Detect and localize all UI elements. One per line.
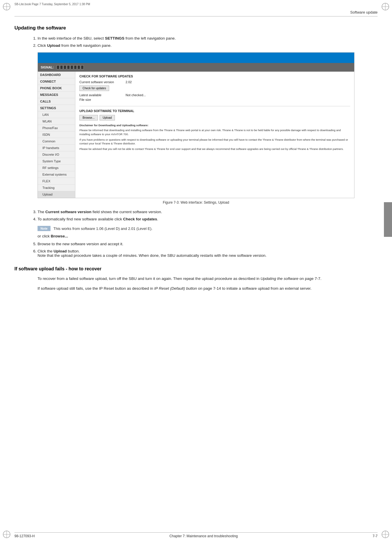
note-label: Note [38,226,51,231]
note-box: Note This works from software 1.06 (Leve… [38,226,378,231]
corner-mark-br [381,530,390,539]
latest-label: Latest available [79,93,126,97]
sidebar-item-connect[interactable]: CONNECT [38,78,75,85]
chapter-header: Software update [14,10,378,16]
page-footer: 98-127093-H Chapter 7: Maintenance and t… [14,532,378,538]
steps-list: In the web interface of the SBU, select … [38,36,378,48]
sidebar-item-calls[interactable]: CALLS [38,98,75,105]
sidebar-item-flex[interactable]: FLEX [38,178,75,185]
step-6: Click the Upload button. Note that the u… [38,249,378,258]
signal-block-6 [74,65,77,69]
web-header-bar [38,53,354,63]
sidebar-item-dashboard[interactable]: DASHBOARD [38,72,75,78]
signal-block-4 [67,65,70,69]
page-content: Software update Updating the software In… [14,10,378,531]
section2-para1: To recover from a failed software upload… [38,276,378,282]
check-updates-title: CHECK FOR SOFTWARE UPDATES [79,75,350,78]
sidebar-item-common[interactable]: Common [38,138,75,145]
figure-caption: Figure 7-3: Web interface: Settings, Upl… [14,200,378,204]
upload-title: UPLOAD SOFTWARE TO TERMINAL [79,109,350,113]
version-row: Current software version 2.02 [79,80,350,84]
sidebar-item-phonefax[interactable]: Phone/Fax [38,125,75,131]
step-2: Click Upload from the left navigation pa… [38,43,378,48]
sidebar-item-discreteio[interactable]: Discrete I/O [38,151,75,158]
section2-heading: If software upload fails - how to recove… [14,266,378,272]
signal-block-2 [60,65,63,69]
step-3: The Current software version field shows… [38,210,378,214]
web-body: DASHBOARD CONNECT PHONE BOOK MESSAGES CA… [38,72,354,198]
chapter-header-text: Software update [350,10,378,14]
note-text: This works from software 1.06 (Level D) … [53,226,152,231]
signal-block-1 [57,65,59,69]
sidebar-item-rfsettings[interactable]: RF settings [38,165,75,171]
section1-heading: Updating the software [14,25,378,31]
sidebar-item-iphandsets[interactable]: IP handsets [38,145,75,151]
sidebar-item-settings[interactable]: SETTINGS [38,105,75,111]
signal-blocks [57,65,84,69]
version-label: Current software version [79,80,126,84]
latest-available-row: Latest available Not checked... [79,93,350,97]
right-tab [384,202,392,237]
browse-button[interactable]: Browse... [79,115,98,120]
web-interface-screenshot: SIGNAL: DASHBOARD CONNECT [38,52,354,198]
corner-mark-bl [2,530,11,539]
check-updates-button[interactable]: Check for updates [79,85,109,91]
sidebar-item-lan[interactable]: LAN [38,111,75,118]
main-content-area: CHECK FOR SOFTWARE UPDATES Current softw… [75,72,354,198]
steps-5-6: Browse to the new software version and a… [38,242,378,258]
sidebar-item-wlan[interactable]: WLAN [38,118,75,125]
signal-block-5 [70,65,73,69]
page-file-info: SB-Lite.book Page 7 Tuesday, September 5… [0,0,392,8]
web-interface: SIGNAL: DASHBOARD CONNECT [38,53,354,198]
latest-value: Not checked... [126,93,146,97]
footer-left: 98-127093-H [14,534,35,538]
footer-right: 7-7 [373,534,378,538]
sidebar-item-isdn[interactable]: ISDN [38,131,75,138]
sidebar-item-systemtype[interactable]: System Type [38,158,75,165]
divider-1 [79,106,350,106]
signal-block-3 [64,65,66,69]
or-browse-text: or click Browse... [38,234,378,238]
step-1: In the web interface of the SBU, select … [38,36,378,40]
step-5: Browse to the new software version and a… [38,242,378,246]
upload-button[interactable]: Upload [100,115,115,120]
signal-label: SIGNAL: [41,66,54,69]
sidebar-item-messages[interactable]: MESSAGES [38,92,75,98]
sidebar-item-tracking[interactable]: Tracking [38,185,75,191]
filesize-row: File size [79,98,350,101]
sidebar-item-upload[interactable]: Upload [38,191,75,198]
version-value: 2.02 [126,80,132,84]
disclaimer-text: Disclaimer for Downloading and Uploading… [79,123,350,151]
signal-block-8 [81,65,84,69]
section2-para2: If software upload still fails, use the … [38,285,378,292]
step-4: To automatically find new software avail… [38,217,378,221]
file-info-text: SB-Lite.book Page 7 Tuesday, September 5… [14,3,378,6]
upload-row: Browse... Upload [79,115,350,120]
steps-after-screenshot: The Current software version field shows… [38,210,378,221]
sidebar-item-phonebook[interactable]: PHONE BOOK [38,85,75,92]
left-nav: DASHBOARD CONNECT PHONE BOOK MESSAGES CA… [38,72,75,198]
signal-block-7 [77,65,80,69]
filesize-label: File size [79,98,91,101]
signal-bar: SIGNAL: [38,63,354,72]
footer-center: Chapter 7: Maintenance and troubleshooti… [169,534,238,538]
sidebar-item-externalsystems[interactable]: External systems [38,171,75,178]
